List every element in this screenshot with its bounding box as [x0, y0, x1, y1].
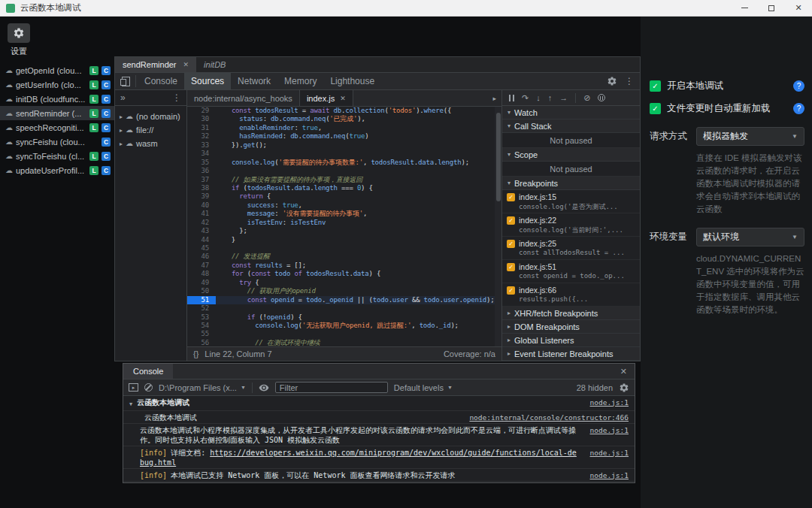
function-list-item[interactable]: ☁syncToFeishu (cl...LC	[0, 149, 114, 163]
code-line[interactable]: 55	[187, 330, 501, 338]
line-number[interactable]: 50	[187, 287, 216, 295]
clear-console-icon[interactable]	[144, 383, 153, 392]
code-line[interactable]: 41 message: '没有需要提醒的待办事项',	[187, 210, 501, 218]
line-number[interactable]: 39	[187, 192, 216, 201]
step-icon[interactable]: →	[559, 94, 568, 102]
code-line[interactable]: 37 // 如果没有需要提醒的待办事项，直接返回	[187, 176, 501, 184]
device-toolbar-icon[interactable]	[120, 77, 130, 86]
line-number[interactable]: 44	[187, 236, 216, 244]
code-line[interactable]: 46 // 发送提醒	[187, 252, 501, 261]
line-number[interactable]: 35	[187, 159, 216, 167]
toggle-local-debug[interactable]: ✓ 开启本地调试 ?	[650, 80, 804, 92]
devtools-tab-network[interactable]: Network	[231, 73, 277, 89]
source-link[interactable]: node.js:1	[590, 398, 629, 407]
line-number[interactable]: 56	[187, 339, 216, 346]
function-list-item[interactable]: ☁initDB (cloudfunc...LC	[0, 92, 114, 106]
editor-scrollbar[interactable]	[495, 107, 501, 346]
line-number[interactable]: 32	[187, 132, 216, 141]
file-tree-item[interactable]: ▸☁wasm	[115, 137, 186, 150]
line-number[interactable]: 41	[187, 210, 216, 218]
line-number[interactable]: 36	[187, 167, 216, 175]
scrollbar-thumb[interactable]	[496, 113, 501, 201]
function-list-item[interactable]: ☁getOpenId (clou...LC	[0, 63, 114, 77]
breakpoint-checkbox[interactable]: ✓	[507, 263, 515, 271]
more-tabs-icon[interactable]: »	[120, 92, 126, 103]
close-button[interactable]: ✕	[785, 0, 812, 16]
console-sidebar-icon[interactable]: ▸	[129, 383, 138, 392]
help-icon[interactable]: ?	[793, 103, 804, 114]
code-line[interactable]: 39 return {	[187, 192, 501, 201]
source-link[interactable]: node.js:1	[590, 470, 629, 480]
breakpoint-item[interactable]: ✓index.js:51const openid = todo._op...	[502, 260, 640, 283]
code-line[interactable]: 38 if (todosResult.data.length === 0) {	[187, 184, 501, 192]
line-number[interactable]: 53	[187, 313, 216, 322]
code-line[interactable]: 35 console.log('需要提醒的待办事项数量:', todosResu…	[187, 159, 501, 167]
file-tree-item[interactable]: ▸☁(no domain)	[115, 110, 186, 123]
line-number[interactable]: 37	[187, 176, 216, 184]
code-line[interactable]: 43 };	[187, 227, 501, 235]
step-out-ic[interactable]: ↑	[548, 94, 553, 102]
function-list-item[interactable]: ☁speechRecogniti...LC	[0, 120, 114, 135]
message-link[interactable]: https://developers.weixin.qq.com/minipro…	[140, 449, 577, 467]
pause-on-exceptions-icon[interactable]	[598, 94, 605, 101]
code-line[interactable]: 34	[187, 150, 501, 158]
devtools-settings-icon[interactable]	[607, 76, 617, 86]
function-list-item[interactable]: ☁getUserInfo (clo...LC	[0, 77, 114, 92]
editor-tab[interactable]: index.js✕	[300, 90, 353, 106]
step-over-icon[interactable]: ↷	[522, 94, 529, 102]
line-number[interactable]: 40	[187, 201, 216, 210]
line-number[interactable]: 54	[187, 322, 216, 330]
source-link[interactable]: node:internal/console/constructor:466	[469, 413, 629, 422]
breakpoint-checkbox[interactable]: ✓	[507, 216, 515, 225]
code-line[interactable]: 44 }	[187, 236, 501, 244]
breakpoint-item[interactable]: ✓index.js:25const allTodosResult = ...	[502, 237, 640, 260]
line-number[interactable]: 33	[187, 141, 216, 150]
code-line[interactable]: 31 enableReminder: true,	[187, 124, 501, 132]
breakpoint-item[interactable]: ✓index.js:66results.push({...	[502, 283, 640, 307]
code-editor[interactable]: 29 const todosResult = await db.collecti…	[187, 107, 501, 346]
console-settings-icon[interactable]	[619, 383, 629, 393]
minimize-button[interactable]	[731, 0, 758, 16]
close-tab-icon[interactable]: ✕	[183, 61, 189, 68]
devtools-tab-console[interactable]: Console	[138, 73, 184, 89]
line-number[interactable]: 52	[187, 304, 216, 313]
env-var-select[interactable]: 默认环境 ▼	[696, 228, 804, 246]
console-drawer-tab[interactable]: Console	[123, 364, 173, 379]
code-line[interactable]: 54 console.log('无法获取用户openid, 跳过提醒:', to…	[187, 322, 501, 330]
code-line[interactable]: 51 const openid = todo._openid || (todo.…	[187, 296, 501, 304]
line-number[interactable]: 46	[187, 252, 216, 261]
breakpoint-checkbox[interactable]: ✓	[507, 193, 515, 201]
close-drawer-icon[interactable]: ✕	[613, 367, 635, 376]
step-into-icon[interactable]: ↓	[536, 94, 541, 102]
line-number[interactable]: 48	[187, 270, 216, 278]
devtools-tab-memory[interactable]: Memory	[277, 73, 323, 89]
devtools-tab-lighthouse[interactable]: Lighthouse	[323, 73, 381, 89]
breakpoint-item[interactable]: ✓index.js:22console.log('当前时间:',...	[502, 213, 640, 237]
line-number[interactable]: 31	[187, 124, 216, 132]
settings-button[interactable]	[8, 23, 30, 43]
source-link[interactable]: node.js:1	[590, 425, 629, 435]
code-line[interactable]: 52	[187, 304, 501, 313]
source-link[interactable]: node.js:1	[590, 448, 629, 458]
section-call-stack[interactable]: ▾ Call Stack	[502, 119, 640, 133]
maximize-button[interactable]	[758, 0, 785, 16]
line-number[interactable]: 51	[187, 296, 216, 304]
request-method-select[interactable]: 模拟器触发 ▼	[696, 127, 804, 146]
js-context-select[interactable]: D:\Program Files (x... ▼	[159, 383, 246, 392]
breakpoint-item[interactable]: ✓index.js:15console.log('是否为测试...	[502, 190, 640, 213]
breakpoint-checkbox[interactable]: ✓	[507, 286, 515, 295]
deactivate-breakpoints-icon[interactable]: ⊘	[583, 94, 590, 102]
code-line[interactable]: 42 isTestEnv: isTestEnv	[187, 219, 501, 227]
code-line[interactable]: 48 for (const todo of todosResult.data) …	[187, 270, 501, 278]
code-line[interactable]: 36	[187, 167, 501, 175]
console-filter-input[interactable]	[275, 382, 388, 393]
code-line[interactable]: 29 const todosResult = await db.collecti…	[187, 107, 501, 115]
line-number[interactable]: 34	[187, 150, 216, 158]
line-number[interactable]: 47	[187, 262, 216, 270]
code-line[interactable]: 53 if (!openid) {	[187, 313, 501, 322]
section-breakpoints[interactable]: ▾ Breakpoints	[502, 177, 640, 190]
devtools-tab-sources[interactable]: Sources	[184, 73, 231, 89]
function-list-item[interactable]: ☁sendReminder (...LC	[0, 106, 114, 120]
code-line[interactable]: 32 hasReminded: db.command.neq(true)	[187, 132, 501, 141]
line-number[interactable]: 43	[187, 227, 216, 235]
